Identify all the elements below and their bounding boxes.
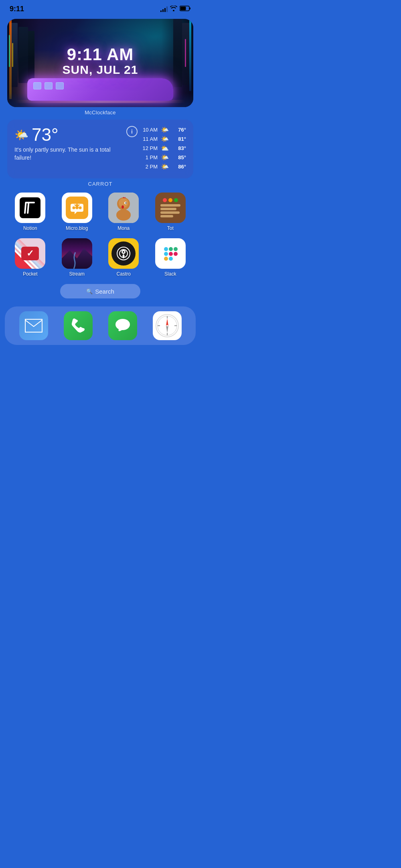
microblog-logo (66, 197, 88, 219)
castro-icon (108, 238, 139, 269)
tot-lines (160, 204, 180, 217)
tot-line-3 (160, 211, 180, 214)
clock-date: SUN, JUL 21 (63, 63, 138, 77)
svg-point-17 (126, 203, 127, 204)
forecast-time-1: 10 AM (142, 127, 158, 133)
battery-icon (180, 6, 191, 13)
status-icons (160, 6, 191, 13)
svg-rect-2 (180, 6, 186, 10)
mona-label: Mona (117, 225, 130, 231)
forecast-temp-1: 76° (172, 127, 186, 133)
svg-point-10 (72, 207, 75, 209)
forecast-icon-5: 🌤️ (161, 163, 169, 170)
svg-point-19 (116, 209, 131, 221)
forecast-icon-4: 🌤️ (161, 154, 169, 161)
notion-icon (15, 193, 45, 223)
forecast-icon-2: 🌤️ (161, 135, 169, 143)
svg-point-37 (115, 319, 130, 330)
svg-rect-1 (190, 7, 191, 9)
search-icon: 🔍 (86, 288, 93, 294)
notion-logo (20, 197, 41, 218)
mail-icon (24, 318, 43, 333)
app-tot[interactable]: Tot (149, 193, 192, 231)
forecast-time-2: 11 AM (142, 136, 158, 142)
tot-dot-orange (168, 198, 172, 202)
notion-label: Notion (23, 225, 37, 231)
messages-icon (114, 317, 132, 334)
svg-rect-6 (25, 202, 35, 203)
microblog-icon (62, 193, 92, 223)
tot-dot-red (163, 198, 167, 202)
stream-label: Stream (69, 271, 85, 277)
svg-rect-35 (174, 247, 178, 251)
tot-line-2 (160, 208, 176, 210)
svg-rect-33 (174, 252, 178, 256)
slack-icon (155, 238, 186, 269)
slack-label: Slack (164, 271, 176, 277)
svg-point-18 (122, 205, 124, 209)
clock-widget[interactable]: 9:11 AM SUN, JUL 21 (7, 19, 193, 107)
dock-safari[interactable] (153, 311, 182, 340)
pocket-icon: ✓ (15, 238, 45, 269)
castro-logo (111, 241, 136, 266)
forecast-time-5: 2 PM (142, 164, 158, 170)
app-notion[interactable]: Notion (9, 193, 52, 231)
weather-description: It's only partly sunny. The sun is a tot… (14, 146, 122, 162)
weather-widget: 🌤️ 73° It's only partly sunny. The sun i… (7, 120, 193, 178)
tot-icon (155, 193, 186, 223)
microblog-label: Micro.blog (66, 225, 88, 231)
app-slack[interactable]: Slack (149, 238, 192, 277)
forecast-temp-2: 81° (172, 136, 186, 142)
phone-icon (71, 318, 85, 334)
forecast-row-1: 10 AM 🌤️ 76° (142, 126, 186, 134)
dock-mail[interactable] (19, 311, 48, 340)
dock-phone[interactable] (64, 311, 93, 340)
search-bar[interactable]: 🔍 Search (60, 284, 140, 298)
dock (5, 306, 196, 345)
app-stream[interactable]: Stream (56, 238, 99, 277)
weather-temp: 73° (32, 126, 59, 144)
mona-icon (108, 193, 139, 223)
svg-rect-29 (164, 252, 168, 256)
forecast-row-5: 2 PM 🌤️ 86° (142, 163, 186, 170)
castro-label: Castro (117, 271, 131, 277)
dock-messages[interactable] (108, 311, 137, 340)
tot-dots (163, 198, 178, 202)
svg-point-27 (123, 251, 124, 253)
stream-icon (62, 238, 92, 269)
signal-icon (160, 6, 168, 12)
svg-rect-36 (24, 318, 43, 333)
forecast-icon-3: ⛅ (161, 144, 169, 152)
weather-current-icon: 🌤️ (14, 128, 28, 142)
forecast-icon-1: 🌤️ (161, 126, 169, 134)
tot-line-1 (160, 204, 180, 207)
forecast-temp-4: 85° (172, 154, 186, 160)
svg-rect-34 (169, 257, 173, 261)
forecast-row-2: 11 AM 🌤️ 81° (142, 135, 186, 143)
status-time: 9:11 (10, 5, 24, 13)
app-castro[interactable]: Castro (102, 238, 145, 277)
weather-source-label: CARROT (0, 181, 200, 187)
tot-line-4 (160, 215, 173, 217)
svg-rect-28 (164, 247, 168, 251)
clock-display: 9:11 AM SUN, JUL 21 (63, 46, 138, 77)
clock-time: 9:11 AM (63, 46, 138, 63)
forecast-row-4: 1 PM 🌤️ 85° (142, 154, 186, 161)
search-label: Search (95, 288, 114, 295)
pocket-label: Pocket (23, 271, 38, 277)
weather-info-button[interactable]: i (126, 126, 138, 137)
svg-rect-32 (169, 252, 173, 256)
forecast-temp-5: 86° (172, 164, 186, 170)
weather-forecast: 10 AM 🌤️ 76° 11 AM 🌤️ 81° 12 PM ⛅ 83° 1 … (142, 126, 186, 172)
svg-rect-31 (164, 257, 168, 261)
forecast-temp-3: 83° (172, 145, 186, 151)
wifi-icon (170, 6, 177, 13)
app-grid: Notion Micro.blog (0, 193, 200, 277)
app-pocket[interactable]: ✓ Pocket (9, 238, 52, 277)
app-mona[interactable]: Mona (102, 193, 145, 231)
app-microblog[interactable]: Micro.blog (56, 193, 99, 231)
forecast-time-3: 12 PM (142, 145, 158, 151)
safari-icon (155, 314, 179, 338)
forecast-row-3: 12 PM ⛅ 83° (142, 144, 186, 152)
status-bar: 9:11 (0, 0, 200, 16)
